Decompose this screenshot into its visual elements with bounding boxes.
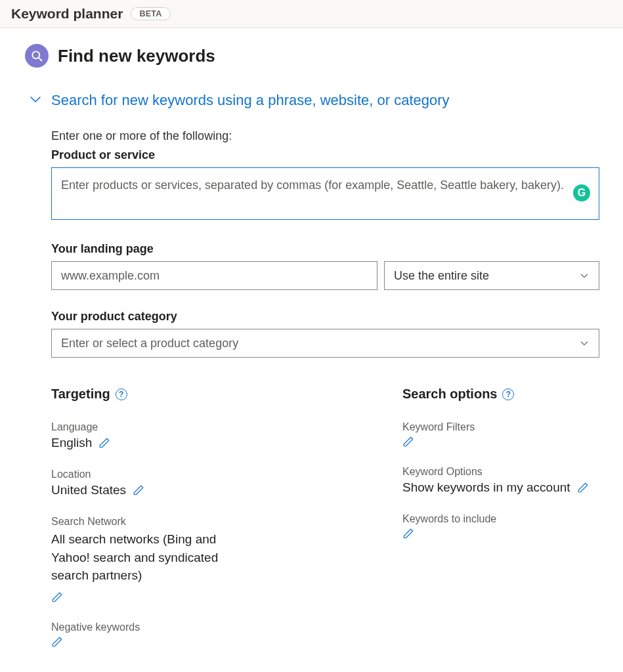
chevron-down-icon (579, 338, 590, 348)
network-label: Search Network (51, 516, 376, 528)
form-instructions: Enter one or more of the following: (51, 129, 599, 143)
svg-line-1 (39, 58, 42, 61)
landing-page-row: Use the entire site (51, 261, 599, 290)
settings-columns: Targeting ? Language English Location (51, 387, 599, 666)
product-service-field-wrap: G (51, 167, 599, 222)
landing-page-label: Your landing page (51, 242, 599, 256)
keyword-filters-label: Keyword Filters (402, 421, 599, 433)
chevron-down-icon (579, 270, 590, 281)
keywords-include-setting: Keywords to include (402, 513, 599, 539)
chevron-down-icon (28, 91, 43, 110)
help-icon[interactable]: ? (502, 388, 514, 400)
help-icon[interactable]: ? (116, 388, 127, 400)
keyword-options-label: Keyword Options (402, 466, 599, 478)
app-title: Keyword planner (11, 6, 123, 22)
product-category-select[interactable]: Enter or select a product category (51, 329, 599, 358)
search-options-column: Search options ? Keyword Filters Keyword… (402, 387, 599, 666)
language-label: Language (51, 421, 376, 433)
edit-keyword-options-button[interactable] (577, 482, 589, 494)
page-heading: Find new keywords (25, 44, 599, 68)
targeting-column: Targeting ? Language English Location (51, 387, 376, 666)
negative-keywords-label: Negative keywords (51, 621, 376, 633)
form-area: Enter one or more of the following: Prod… (25, 129, 599, 666)
network-value: All search networks (Bing and Yahoo! sea… (51, 530, 222, 585)
targeting-heading-text: Targeting (51, 387, 110, 402)
targeting-heading: Targeting ? (51, 387, 376, 402)
content-area: Find new keywords Search for new keyword… (0, 28, 623, 672)
location-value: United States (51, 483, 126, 497)
edit-keywords-include-button[interactable] (402, 528, 414, 539)
grammarly-icon[interactable]: G (573, 184, 590, 201)
product-category-label: Your product category (51, 310, 599, 324)
language-value: English (51, 436, 92, 450)
edit-language-button[interactable] (98, 437, 110, 449)
product-service-label: Product or service (51, 148, 599, 162)
product-category-placeholder: Enter or select a product category (61, 337, 238, 350)
collapsible-section-label: Search for new keywords using a phrase, … (51, 92, 450, 109)
collapsible-section-toggle[interactable]: Search for new keywords using a phrase, … (25, 91, 599, 110)
keyword-options-setting: Keyword Options Show keywords in my acco… (402, 466, 599, 495)
keywords-include-label: Keywords to include (402, 513, 599, 525)
edit-network-button[interactable] (51, 591, 63, 603)
keyword-options-value: Show keywords in my account (402, 480, 570, 495)
page-title: Find new keywords (58, 46, 215, 66)
header-bar: Keyword planner BETA (0, 0, 623, 28)
network-setting: Search Network All search networks (Bing… (51, 516, 376, 603)
edit-keyword-filters-button[interactable] (402, 436, 414, 448)
edit-location-button[interactable] (133, 484, 144, 496)
search-options-heading: Search options ? (402, 387, 599, 402)
beta-badge: BETA (131, 7, 170, 20)
edit-negative-keywords-button[interactable] (51, 636, 63, 648)
location-label: Location (51, 469, 376, 480)
location-setting: Location United States (51, 469, 376, 497)
search-options-heading-text: Search options (402, 387, 497, 402)
keyword-filters-setting: Keyword Filters (402, 421, 599, 448)
search-icon (25, 44, 49, 68)
site-scope-value: Use the entire site (394, 269, 489, 283)
site-scope-select[interactable]: Use the entire site (384, 261, 599, 290)
negative-keywords-setting: Negative keywords (51, 621, 376, 648)
product-service-input[interactable] (51, 167, 599, 220)
landing-page-input[interactable] (51, 261, 377, 290)
language-setting: Language English (51, 421, 376, 450)
